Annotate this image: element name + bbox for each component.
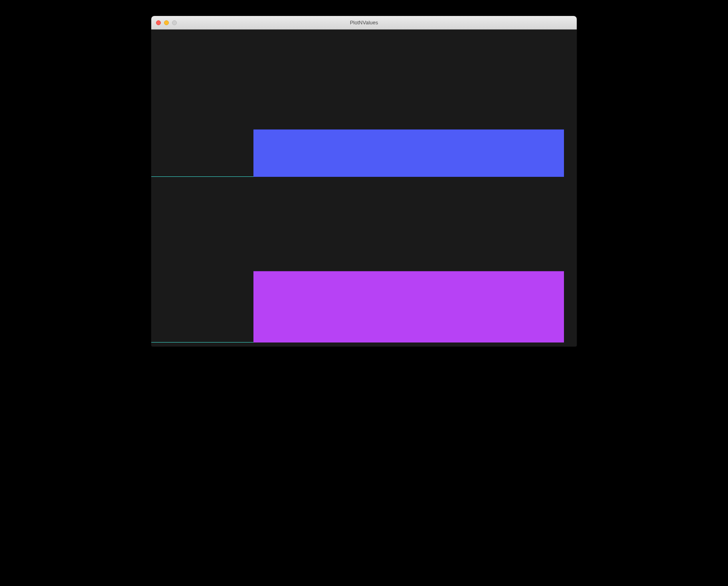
window-titlebar[interactable]: PlotNValues <box>151 16 577 30</box>
maximize-icon[interactable] <box>172 20 177 25</box>
close-icon[interactable] <box>156 20 161 25</box>
window-controls <box>151 20 177 25</box>
plot-bar-1 <box>253 129 564 177</box>
window-title: PlotNValues <box>151 20 577 26</box>
plot-canvas <box>151 30 577 346</box>
app-window: PlotNValues <box>151 16 577 346</box>
plot-bar-2 <box>253 271 564 342</box>
plot-lane-2 <box>151 188 577 346</box>
plot-baseline-1 <box>151 176 253 177</box>
plot-lane-1 <box>151 30 577 188</box>
plot-baseline-2 <box>151 342 253 342</box>
minimize-icon[interactable] <box>164 20 169 25</box>
